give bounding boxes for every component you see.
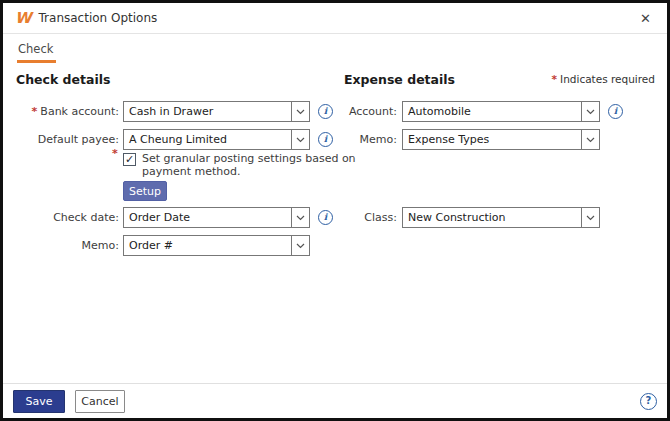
app-logo-icon: W (15, 11, 31, 26)
class-row: Class: New Construction (340, 207, 600, 228)
bank-account-select[interactable]: Cash in Drawer (123, 101, 310, 122)
bank-account-label: *Bank account: (8, 105, 119, 118)
account-select[interactable]: Automobile (402, 101, 600, 122)
check-date-value: Order Date (124, 211, 291, 224)
check-details-heading: Check details (16, 72, 110, 87)
chevron-down-icon[interactable] (291, 130, 309, 149)
info-icon[interactable]: i (608, 104, 623, 119)
check-date-select[interactable]: Order Date (123, 207, 310, 228)
cancel-button[interactable]: Cancel (75, 390, 125, 413)
class-value: New Construction (403, 211, 581, 224)
info-icon[interactable]: i (318, 132, 333, 147)
account-value: Automobile (403, 105, 581, 118)
class-label: Class: (340, 211, 397, 224)
transaction-options-dialog: W Transaction Options ✕ Check Check deta… (3, 3, 667, 418)
account-row: Account: Automobile i (340, 101, 623, 122)
chevron-down-icon[interactable] (291, 102, 309, 121)
indicates-required-legend: *Indicates required (552, 73, 655, 85)
title-bar: W Transaction Options ✕ (3, 3, 667, 34)
expense-memo-select[interactable]: Expense Types (402, 129, 600, 150)
expense-details-heading: Expense details (344, 72, 455, 87)
chevron-down-icon[interactable] (291, 236, 309, 255)
default-payee-row: Default payee: A Cheung Limited i (8, 129, 333, 150)
screenshot-frame: W Transaction Options ✕ Check Check deta… (0, 0, 670, 421)
check-memo-label: Memo: (8, 239, 119, 252)
expense-memo-value: Expense Types (403, 133, 581, 146)
info-icon[interactable]: i (318, 210, 333, 225)
help-icon[interactable]: ? (640, 393, 657, 410)
save-button[interactable]: Save (13, 390, 65, 413)
check-memo-row: Memo: Order # (8, 235, 310, 256)
bank-account-row: *Bank account: Cash in Drawer i (8, 101, 333, 122)
check-memo-select[interactable]: Order # (123, 235, 310, 256)
default-payee-label: Default payee: (8, 133, 119, 146)
required-asterisk: * (32, 105, 38, 118)
check-date-row: Check date: Order Date i (8, 207, 333, 228)
granular-posting-label: Set granular posting settings based on p… (142, 152, 356, 178)
expense-memo-row: Memo: Expense Types (340, 129, 600, 150)
granular-posting-checkbox[interactable]: ✓ (123, 153, 136, 166)
account-label: Account: (340, 105, 397, 118)
required-asterisk: * (112, 147, 118, 160)
chevron-down-icon[interactable] (291, 208, 309, 227)
info-icon[interactable]: i (318, 104, 333, 119)
bank-account-value: Cash in Drawer (124, 105, 291, 118)
class-select[interactable]: New Construction (402, 207, 600, 228)
chevron-down-icon[interactable] (581, 130, 599, 149)
granular-posting-option[interactable]: ✓ Set granular posting settings based on… (123, 152, 356, 178)
default-payee-value: A Cheung Limited (124, 133, 291, 146)
window-title: Transaction Options (39, 11, 158, 25)
chevron-down-icon[interactable] (581, 208, 599, 227)
default-payee-select[interactable]: A Cheung Limited (123, 129, 310, 150)
required-asterisk: * (552, 73, 558, 85)
chevron-down-icon[interactable] (581, 102, 599, 121)
tab-check[interactable]: Check (17, 42, 56, 63)
check-date-label: Check date: (8, 211, 119, 224)
expense-memo-label: Memo: (340, 133, 397, 146)
check-memo-value: Order # (124, 239, 291, 252)
setup-button[interactable]: Setup (123, 181, 167, 201)
close-icon[interactable]: ✕ (636, 10, 655, 27)
dialog-footer: Save Cancel ? (3, 383, 667, 418)
